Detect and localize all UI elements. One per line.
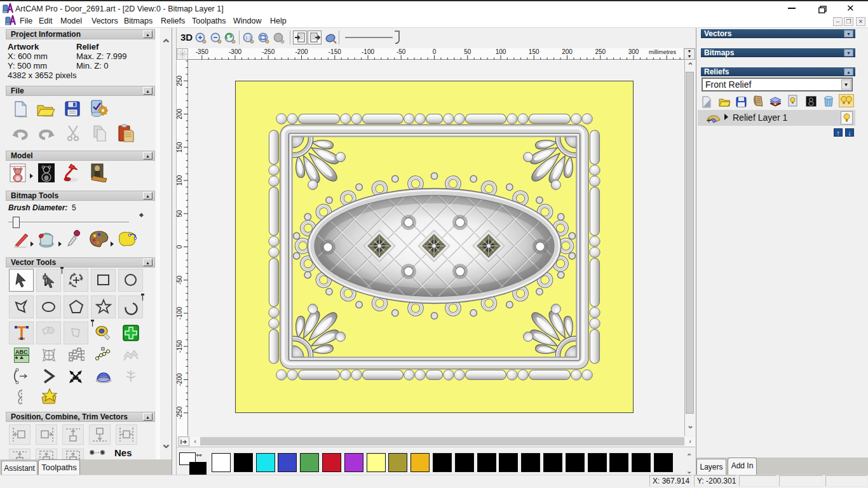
svg-text:200: 200 bbox=[177, 109, 183, 119]
svg-text:-350: -350 bbox=[196, 48, 208, 55]
svg-text:-50: -50 bbox=[397, 48, 406, 55]
svg-text:300: 300 bbox=[628, 48, 639, 55]
svg-text:100: 100 bbox=[177, 175, 183, 186]
svg-text:0: 0 bbox=[433, 48, 437, 55]
svg-text:50: 50 bbox=[464, 48, 471, 55]
svg-text:250: 250 bbox=[595, 48, 606, 55]
svg-text:0: 0 bbox=[177, 245, 183, 248]
svg-text:millimetres: millimetres bbox=[649, 49, 677, 55]
svg-text:50: 50 bbox=[177, 210, 183, 217]
svg-text:150: 150 bbox=[177, 142, 183, 152]
svg-text:-250: -250 bbox=[177, 406, 183, 419]
svg-text:200: 200 bbox=[562, 48, 573, 55]
svg-text:-50: -50 bbox=[177, 275, 183, 285]
svg-text:ABC: ABC bbox=[15, 349, 28, 355]
svg-text:1:1: 1:1 bbox=[245, 36, 252, 40]
svg-text:250: 250 bbox=[177, 75, 183, 86]
svg-text:150: 150 bbox=[529, 48, 539, 55]
svg-text:100: 100 bbox=[496, 48, 506, 55]
svg-text:-200: -200 bbox=[295, 48, 308, 55]
svg-text:-150: -150 bbox=[177, 340, 183, 353]
svg-text:-100: -100 bbox=[362, 48, 374, 55]
svg-text:-100: -100 bbox=[177, 307, 183, 320]
svg-text:-300: -300 bbox=[229, 48, 241, 55]
svg-text:-200: -200 bbox=[177, 373, 183, 386]
svg-text:-150: -150 bbox=[329, 48, 341, 55]
svg-text:-250: -250 bbox=[262, 48, 275, 55]
